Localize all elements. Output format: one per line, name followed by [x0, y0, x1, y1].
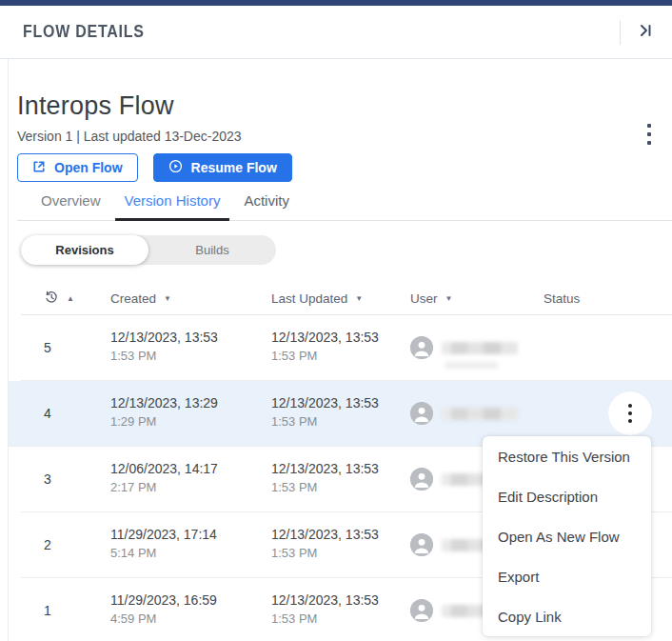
action-buttons: Open Flow Resume Flow [17, 153, 672, 182]
menu-item-edit-description[interactable]: Edit Description [483, 476, 651, 516]
row-context-menu: Restore This Version Edit Description Op… [483, 436, 651, 636]
kebab-vertical-icon [628, 404, 632, 408]
last-updated-cell: 12/13/2023, 13:53 1:53 PM [271, 381, 410, 446]
row-options-kebab-button[interactable] [608, 391, 652, 435]
play-circle-icon [168, 159, 183, 176]
menu-item-copy-link[interactable]: Copy Link [483, 596, 651, 636]
sort-asc-icon: ▲ [67, 295, 74, 303]
last-updated-cell: 12/13/2023, 13:53 1:53 PM [271, 512, 410, 577]
resume-flow-button[interactable]: Resume Flow [153, 153, 292, 182]
person-circle-icon [410, 468, 433, 491]
last-updated-cell: 12/13/2023, 13:53 1:53 PM [271, 578, 410, 641]
open-in-new-icon [32, 160, 46, 176]
menu-item-export[interactable]: Export [483, 556, 651, 596]
table-row-version-5[interactable]: 5 12/13/2023, 13:53 1:53 PM 12/13/2023, … [21, 315, 672, 381]
redacted-user-name [442, 342, 518, 354]
revisions-builds-toggle: Revisions Builds [21, 235, 276, 265]
created-cell: 12/06/2023, 14:17 2:17 PM [110, 447, 271, 511]
status-cell [544, 315, 672, 380]
column-status[interactable]: Status [544, 291, 672, 306]
menu-item-open-as-new-flow[interactable]: Open As New Flow [483, 516, 651, 556]
column-version[interactable]: ▲ [21, 290, 110, 308]
panel-title: FLOW DETAILS [23, 22, 145, 42]
created-cell: 11/29/2023, 17:14 5:14 PM [110, 512, 271, 577]
clock-history-icon [44, 290, 59, 308]
created-cell: 11/29/2023, 16:59 4:59 PM [110, 578, 271, 641]
tab-bar: Overview Version History Activity [17, 188, 672, 221]
menu-item-restore-this-version[interactable]: Restore This Version [483, 436, 651, 476]
created-cell: 12/13/2023, 13:53 1:53 PM [110, 315, 271, 380]
column-created[interactable]: Created ▼ [110, 291, 271, 306]
tab-version-history[interactable]: Version History [115, 188, 230, 220]
table-header: ▲ Created ▼ Last Updated ▼ User ▼ Status [21, 283, 672, 315]
collapse-panel-button[interactable] [634, 19, 657, 45]
column-user[interactable]: User ▼ [410, 291, 544, 306]
header-divider [620, 20, 621, 45]
sort-desc-icon: ▼ [355, 295, 363, 303]
person-circle-icon [410, 533, 433, 556]
flow-options-kebab-button[interactable] [645, 122, 653, 147]
tab-activity[interactable]: Activity [234, 188, 299, 220]
created-cell: 12/13/2023, 13:29 1:29 PM [110, 381, 271, 446]
kebab-vertical-icon [647, 124, 651, 128]
person-circle-icon [410, 402, 433, 425]
version-number: 2 [21, 512, 110, 577]
panel-header-actions [620, 6, 657, 58]
last-updated-cell: 12/13/2023, 13:53 1:53 PM [271, 447, 410, 511]
toggle-revisions[interactable]: Revisions [21, 235, 148, 265]
last-updated-cell: 12/13/2023, 13:53 1:53 PM [271, 315, 410, 380]
version-number: 3 [21, 447, 110, 511]
chevron-right-to-bar-icon [636, 21, 655, 43]
version-number: 5 [21, 315, 110, 380]
column-last-updated[interactable]: Last Updated ▼ [271, 291, 410, 306]
version-number: 4 [21, 381, 110, 446]
resume-flow-label: Resume Flow [191, 160, 277, 175]
panel-header: FLOW DETAILS [0, 6, 672, 59]
open-flow-label: Open Flow [54, 160, 123, 175]
sort-desc-icon: ▼ [445, 295, 453, 303]
redacted-user-name [442, 408, 518, 420]
open-flow-button[interactable]: Open Flow [17, 153, 138, 182]
user-cell [410, 315, 544, 380]
tab-overview[interactable]: Overview [31, 188, 110, 220]
sort-desc-icon: ▼ [164, 295, 171, 303]
person-circle-icon [410, 599, 433, 622]
flow-version-subtitle: Version 1 | Last updated 13-Dec-2023 [17, 129, 672, 144]
toggle-builds[interactable]: Builds [148, 235, 276, 265]
person-circle-icon [410, 336, 433, 359]
version-number: 1 [21, 578, 110, 641]
flow-title: Interops Flow [17, 91, 672, 120]
